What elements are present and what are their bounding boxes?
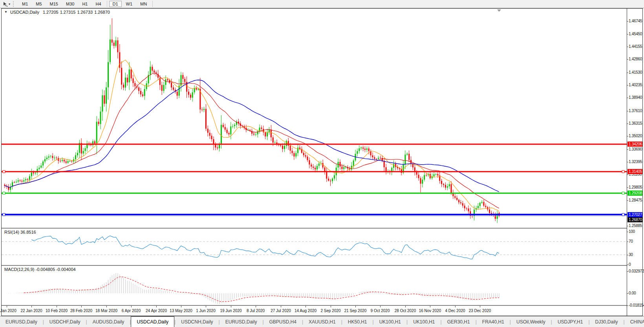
rsi-canvas[interactable] xyxy=(2,229,627,265)
timeframe-button-d1[interactable]: D1 xyxy=(109,1,122,7)
rsi-line xyxy=(31,236,499,259)
price-axis[interactable]: 1.467451.454501.441551.428601.415301.402… xyxy=(627,9,642,316)
tab-eurusd-daily[interactable]: EURUSD,Daily xyxy=(220,316,263,327)
level-price-badge: 1.34206 xyxy=(628,142,642,147)
tab-xauusd-h1[interactable]: XAUUSD,H1 xyxy=(303,316,341,327)
date-label: 16 Nov 2020 xyxy=(419,309,441,313)
date-label: 22 Jan 2020 xyxy=(20,309,42,313)
price-tick-label: 1.28475 xyxy=(629,198,642,202)
cursor-tool-button[interactable]: ▾ xyxy=(2,1,11,7)
line-handle[interactable] xyxy=(3,171,5,173)
macd-tick-label: -0.018154 xyxy=(629,303,644,307)
hline-1.27027[interactable] xyxy=(2,213,627,216)
axis-tick-mark xyxy=(627,293,628,294)
price-chart-panel[interactable]: ▼ USDCAD,Daily 1.27205 1.27315 1.26733 1… xyxy=(2,9,627,228)
date-label: 8 Jul 2020 xyxy=(247,309,265,313)
tab-china300-h1[interactable]: CHINA300,H1 xyxy=(625,316,644,327)
macd-label: MACD(12,26,9) -0.004805 -0.004004 xyxy=(4,267,76,272)
date-tick-mark xyxy=(480,306,480,307)
macd-indicator-panel[interactable]: MACD(12,26,9) -0.004805 -0.004004 xyxy=(2,266,627,305)
ma-25-line[interactable] xyxy=(5,73,499,208)
timeframe-button-h4[interactable]: H4 xyxy=(92,1,104,7)
macd-tick-label: 0.032972 xyxy=(629,269,644,273)
tab-usdcnh-daily[interactable]: USDCNH,Daily xyxy=(176,316,218,327)
price-tick-label: 1.42860 xyxy=(629,57,642,61)
chevron-down-icon[interactable]: ▾ xyxy=(9,2,10,6)
date-label: 28 Oct 2020 xyxy=(395,309,416,313)
tab-usdchf-daily[interactable]: USDCHF,Daily xyxy=(44,316,86,327)
timeframe-button-h1[interactable]: H1 xyxy=(79,1,91,7)
date-tick-mark xyxy=(156,306,157,307)
tab-fra40-h1[interactable]: FRA40,H1 xyxy=(477,316,510,327)
tab-usdjpy-h1[interactable]: USDJPY,H1 xyxy=(552,316,588,327)
rsi-tick-label: 0 xyxy=(629,262,631,267)
timeframe-button-m5[interactable]: M5 xyxy=(32,1,45,7)
date-tick-mark xyxy=(31,306,32,307)
axis-tick-mark xyxy=(627,34,628,35)
axis-tick-mark xyxy=(627,305,628,306)
price-tick-label: 1.25885 xyxy=(629,223,642,228)
timeframe-button-m30[interactable]: M30 xyxy=(62,1,78,7)
axis-tick-mark xyxy=(627,226,628,226)
tab-uk100-h1[interactable]: UK100,H1 xyxy=(408,316,440,327)
hline-1.31405[interactable] xyxy=(2,171,627,173)
tab-eurusd-daily[interactable]: EURUSD,Daily xyxy=(0,316,43,327)
rsi-indicator-panel[interactable]: RSI(14) 36.8516 xyxy=(2,229,627,265)
toolbar-separator xyxy=(107,1,107,7)
tab-usdcad-daily[interactable]: USDCAD,Daily xyxy=(131,316,174,327)
timeframe-button-m15[interactable]: M15 xyxy=(46,1,62,7)
collapse-chart-icon[interactable]: ▼ xyxy=(4,10,7,15)
timeframe-button-w1[interactable]: W1 xyxy=(123,1,136,7)
axis-tick-mark xyxy=(627,21,628,22)
macd-canvas[interactable] xyxy=(2,266,627,305)
hline-1.29208[interactable] xyxy=(2,192,627,194)
axis-tick-mark xyxy=(627,136,628,136)
tab-ger30-h1[interactable]: GER30,H1 xyxy=(442,316,476,327)
axis-tick-mark xyxy=(627,232,628,232)
line-handle[interactable] xyxy=(3,192,5,194)
crosshair-cursor-icon xyxy=(3,2,8,7)
level-price-badge: 1.29208 xyxy=(628,191,642,196)
tab-hk50-h1[interactable]: HK50,H1 xyxy=(342,316,373,327)
timeframe-button-m1[interactable]: M1 xyxy=(18,1,31,7)
macd-tick-label: 0.00 xyxy=(629,291,636,295)
axis-tick-mark xyxy=(627,162,628,162)
axis-tick-mark xyxy=(627,187,628,188)
date-label: 18 Mar 2020 xyxy=(95,309,117,313)
price-tick-label: 1.29805 xyxy=(629,185,642,189)
candles-layer xyxy=(4,18,500,223)
axis-tick-mark xyxy=(627,59,628,60)
line-handle[interactable] xyxy=(622,213,624,216)
axis-tick-mark xyxy=(627,85,628,85)
axis-tick-mark xyxy=(627,73,628,73)
axis-tick-mark xyxy=(627,200,628,201)
line-handle[interactable] xyxy=(622,192,624,194)
price-tick-label: 1.35020 xyxy=(629,134,642,138)
date-tick-mark xyxy=(306,306,306,307)
date-tick-mark xyxy=(181,306,181,307)
time-axis[interactable]: 3 Jan 202022 Jan 202010 Feb 202028 Feb 2… xyxy=(2,306,627,316)
tab-usoil-weekly[interactable]: USOil,Weekly xyxy=(511,316,551,327)
rsi-tick-label: 70 xyxy=(629,239,633,243)
chart-tabs-bar: EURUSD,Daily|USDCHF,Daily|AUDUSD,Daily|U… xyxy=(0,316,644,327)
timeframe-button-mn[interactable]: MN xyxy=(137,1,150,7)
date-tick-mark xyxy=(106,306,107,307)
tab-gbpusd-h4[interactable]: GBPUSD,H4 xyxy=(264,316,302,327)
toolbar-drag-handle[interactable] xyxy=(13,1,15,7)
tab-audusd-daily[interactable]: AUDUSD,Daily xyxy=(87,316,130,327)
date-label: 10 Feb 2020 xyxy=(46,309,68,313)
tab-uk100-h1[interactable]: UK100,H1 xyxy=(374,316,406,327)
date-tick-mark xyxy=(281,306,281,307)
date-label: 23 Dec 2020 xyxy=(469,309,491,313)
line-handle[interactable] xyxy=(622,171,624,173)
price-tick-label: 1.38940 xyxy=(629,95,642,100)
level-price-badge: 1.27027 xyxy=(628,212,642,217)
date-label: 27 Jul 2020 xyxy=(271,309,291,313)
date-label: 1 Jun 2020 xyxy=(196,309,216,313)
top-toolbar: ▾ M1M5M15M30H1H4D1W1MN xyxy=(0,0,644,8)
line-handle[interactable] xyxy=(3,213,5,216)
price-chart-canvas[interactable] xyxy=(2,9,627,228)
date-label: 21 Sep 2020 xyxy=(344,309,367,313)
tab-dj30-daily[interactable]: DJ30,Daily xyxy=(590,316,624,327)
date-tick-mark xyxy=(405,306,406,307)
